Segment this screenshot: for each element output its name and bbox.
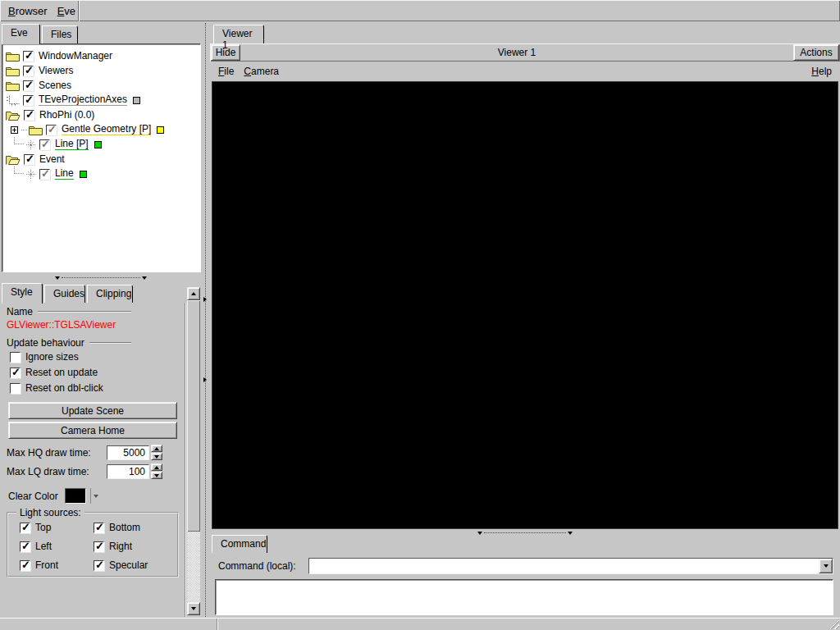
splitter-arrow-icon[interactable] [203,377,207,382]
checkbox[interactable] [20,560,30,571]
menu-help[interactable]: Help [806,66,837,77]
splitter-arrow-icon[interactable] [568,532,573,535]
update-heading-label: Update behaviour [7,337,84,349]
tree-checkbox[interactable] [24,110,34,121]
checkbox[interactable] [10,352,21,363]
tree-item-teveprojectionaxes[interactable]: TEveProjectionAxes [2,93,200,107]
checkbox[interactable] [10,368,21,378]
command-combobox[interactable] [308,558,833,574]
splitter-arrow-icon[interactable] [142,276,147,280]
splitter-dotted-line[interactable] [484,532,566,533]
light-label: Top [35,522,51,533]
color-marker[interactable] [157,126,164,134]
tree-checkbox[interactable] [23,51,34,62]
tree-item-rhophi[interactable]: RhoPhi (0.0) [2,107,200,122]
vertical-splitter[interactable] [202,23,210,617]
splitter-arrow-icon[interactable] [55,276,60,280]
light-specular[interactable]: Specular [94,559,176,571]
checkbox[interactable] [20,541,30,552]
menu-eve[interactable]: Eve [52,5,80,17]
spin-up-button[interactable] [151,463,162,471]
tab-clipping[interactable]: Clipping [87,285,133,303]
splitter-dotted-line[interactable] [205,23,206,617]
tree-item-event[interactable]: Event [2,152,200,167]
checkbox[interactable] [94,560,104,571]
light-top[interactable]: Top [20,522,94,533]
clear-color-swatch[interactable] [65,488,86,504]
command-log[interactable] [215,579,833,615]
left-horizontal-splitter[interactable] [0,273,202,282]
light-bottom[interactable]: Bottom [94,522,176,533]
option-reset-on-update[interactable]: Reset on update [10,367,98,378]
color-marker[interactable] [133,97,140,104]
expander-plus-icon[interactable] [11,126,18,134]
menu-camera[interactable]: Camera [239,66,284,77]
projection-axes-icon [6,95,20,106]
spin-down-button[interactable] [151,453,162,460]
tree-checkbox[interactable] [24,154,34,165]
color-marker[interactable] [80,171,87,178]
option-ignore-sizes[interactable]: Ignore sizes [10,351,79,363]
tab-command[interactable]: Command [212,535,267,553]
checkbox[interactable] [94,541,104,552]
tree-item-viewers[interactable]: Viewers [2,63,200,78]
option-label: Ignore sizes [25,351,79,363]
checkbox[interactable] [10,383,21,394]
tree-item-label: Line [P] [55,139,89,150]
tree-checkbox[interactable] [23,95,34,106]
splitter-arrow-icon[interactable] [477,532,482,535]
spin-up-button[interactable] [151,445,162,452]
light-right[interactable]: Right [94,541,176,552]
max-lq-input[interactable] [107,464,149,479]
folder-closed-icon [29,125,43,135]
light-sources-group: Light sources: Top Bottom Left Right [7,512,179,578]
tree-item-windowmanager[interactable]: WindowManager [2,48,200,63]
gl-viewport[interactable] [212,81,838,529]
tree-checkbox[interactable] [23,80,34,91]
clear-color-label: Clear Color [8,491,58,502]
tree-item-line-p[interactable]: Line [P] [2,137,200,152]
tree-item-label: Gentle Geometry [P] [62,124,151,135]
option-reset-on-dbl-click[interactable]: Reset on dbl-click [10,382,103,394]
command-input[interactable] [309,559,819,573]
camera-home-button[interactable]: Camera Home [8,422,177,439]
combo-dropdown-button[interactable] [819,559,833,573]
menu-file[interactable]: File [213,66,239,77]
tab-style[interactable]: Style [2,283,43,304]
tree-checkbox[interactable] [39,169,50,180]
tree-checkbox[interactable] [46,125,57,135]
menu-browser[interactable]: Browser [3,5,52,17]
tab-eve[interactable]: Eve [2,24,40,44]
tab-eve-label: Eve [11,27,28,39]
update-scene-button[interactable]: Update Scene [8,402,177,419]
tab-files[interactable]: Files [42,25,78,43]
spark-icon [25,169,36,180]
scroll-up-button[interactable] [187,287,200,300]
splitter-dotted-line[interactable] [62,277,140,278]
tab-viewer-1[interactable]: Viewer 1 [213,25,264,43]
tab-files-label: Files [51,29,71,40]
actions-button[interactable]: Actions [793,44,839,61]
tree-checkbox[interactable] [23,66,34,76]
splitter-arrow-icon[interactable] [203,297,207,302]
tree-item-gentle-geometry[interactable]: Gentle Geometry [P] [2,122,200,137]
right-horizontal-splitter[interactable] [210,529,840,536]
status-cell-right [218,619,840,630]
tree-item-scenes[interactable]: Scenes [2,78,200,93]
tab-guides[interactable]: Guides [44,285,85,303]
checkbox[interactable] [20,523,30,533]
command-log-textarea[interactable] [216,580,833,614]
tree-item-line[interactable]: Line [2,167,200,181]
max-hq-input[interactable] [107,445,149,460]
tree-checkbox[interactable] [39,139,50,150]
scrollbar-thumb[interactable] [187,300,200,532]
clear-color-dropdown[interactable] [90,488,102,504]
clear-color-row: Clear Color [8,488,102,504]
color-marker[interactable] [94,141,102,148]
scroll-down-button[interactable] [187,602,200,615]
style-scrollbar[interactable] [187,287,200,615]
spin-down-button[interactable] [151,472,162,479]
light-left[interactable]: Left [20,541,94,552]
light-front[interactable]: Front [20,559,94,571]
checkbox[interactable] [94,523,104,533]
